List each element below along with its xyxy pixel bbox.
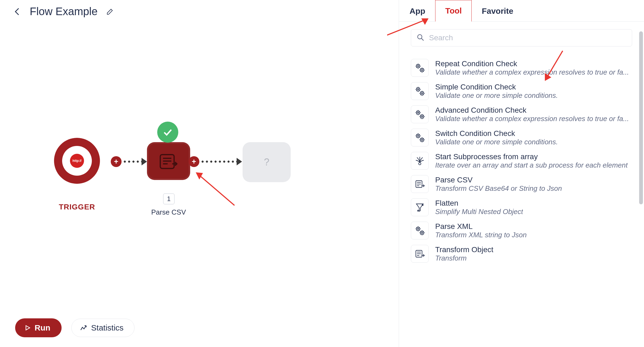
placeholder-node[interactable]: ? [243, 142, 291, 182]
tool-description: Transform [435, 254, 493, 262]
tool-item[interactable]: Start Subprocesses from arrayIterate ove… [411, 152, 632, 170]
tool-description: Iterate over an array and start a sub pr… [435, 161, 628, 169]
tool-description: Validate one or more simple conditions. [435, 138, 558, 146]
gears-icon [411, 105, 429, 123]
tool-text: Switch Condition CheckValidate one or mo… [435, 129, 558, 146]
tool-item[interactable]: FlattenSimplify Multi Nested Object [411, 198, 632, 216]
trigger-node[interactable]: http:// [54, 138, 100, 184]
gears-icon [411, 59, 429, 77]
svg-point-9 [418, 35, 422, 39]
burst-icon [411, 152, 429, 170]
statistics-button-label: Statistics [91, 323, 123, 332]
tool-item[interactable]: Parse CSVTransform CSV Base64 or String … [411, 175, 632, 193]
add-after-trigger-button[interactable]: + [111, 156, 122, 167]
tool-description: Transform CSV Base64 or String to Json [435, 184, 562, 193]
gears-icon [411, 129, 429, 146]
success-badge-icon [157, 122, 178, 143]
tool-title: Simple Condition Check [435, 83, 558, 91]
tool-item[interactable]: Simple Condition CheckValidate one or mo… [411, 82, 632, 100]
tool-item[interactable]: Transform ObjectTransform [411, 245, 632, 263]
tool-description: Validate whether a complex expression re… [435, 115, 629, 123]
search-icon [417, 34, 424, 42]
connector-2 [200, 161, 237, 163]
parse-csv-node-label: Parse CSV [147, 208, 190, 216]
gears-icon [411, 82, 429, 100]
tool-title: Advanced Condition Check [435, 106, 629, 115]
tool-item[interactable]: Switch Condition CheckValidate one or mo… [411, 129, 632, 146]
add-after-action-button[interactable]: + [189, 156, 199, 167]
connector-1 [123, 161, 142, 163]
connector-2-arrowhead-icon [237, 158, 242, 165]
tab-favorite[interactable]: Favorite [472, 0, 523, 22]
tab-tool[interactable]: Tool [435, 0, 472, 22]
tool-text: Simple Condition CheckValidate one or mo… [435, 83, 558, 100]
run-button[interactable]: Run [15, 318, 62, 337]
gears-icon [411, 222, 429, 239]
tool-title: Switch Condition Check [435, 129, 558, 138]
flow-icon [411, 245, 429, 263]
tool-list: Repeat Condition CheckValidate whether a… [411, 59, 632, 263]
tool-title: Transform Object [435, 245, 493, 254]
parse-csv-node[interactable] [147, 142, 190, 180]
tool-title: Parse CSV [435, 176, 562, 184]
funnel-icon [411, 198, 429, 216]
tool-side-panel: App Tool Favorite Repeat Condition Check… [399, 0, 644, 347]
flow-canvas[interactable]: http:// TRIGGER + 1 Parse CSV + ? [0, 0, 399, 347]
search-input[interactable] [428, 33, 626, 42]
tool-text: Advanced Condition CheckValidate whether… [435, 106, 629, 123]
flow-icon [411, 175, 429, 193]
tool-description: Transform XML string to Json [435, 231, 527, 239]
trigger-chip: http:// [70, 154, 84, 168]
svg-marker-6 [26, 326, 30, 330]
search-field[interactable] [411, 29, 632, 46]
tool-description: Simplify Multi Nested Object [435, 208, 523, 216]
svg-marker-5 [197, 173, 202, 178]
tool-description: Validate whether a complex expression re… [435, 68, 629, 76]
tool-text: Start Subprocesses from arrayIterate ove… [435, 152, 628, 169]
panel-scrollbar[interactable] [639, 31, 643, 204]
svg-line-10 [421, 38, 424, 41]
tool-item[interactable]: Parse XMLTransform XML string to Json [411, 222, 632, 239]
tool-text: Parse XMLTransform XML string to Json [435, 222, 527, 239]
tool-text: Transform ObjectTransform [435, 245, 493, 262]
svg-line-4 [197, 173, 234, 205]
connector-1-arrowhead-icon [142, 158, 147, 165]
tool-title: Start Subprocesses from array [435, 152, 628, 161]
tool-title: Flatten [435, 199, 523, 208]
node-run-count: 1 [163, 193, 175, 204]
tool-text: Parse CSVTransform CSV Base64 or String … [435, 176, 562, 193]
trigger-node-label: TRIGGER [54, 203, 100, 211]
tool-item[interactable]: Advanced Condition CheckValidate whether… [411, 105, 632, 123]
tool-text: Repeat Condition CheckValidate whether a… [435, 59, 629, 76]
run-button-label: Run [35, 323, 50, 332]
tool-title: Repeat Condition Check [435, 59, 629, 68]
panel-tabs: App Tool Favorite [399, 0, 644, 22]
tool-title: Parse XML [435, 222, 527, 231]
statistics-button[interactable]: Statistics [71, 319, 135, 337]
tab-app[interactable]: App [400, 0, 435, 22]
tool-description: Validate one or more simple conditions. [435, 91, 558, 100]
tool-text: FlattenSimplify Multi Nested Object [435, 199, 523, 216]
tool-item[interactable]: Repeat Condition CheckValidate whether a… [411, 59, 632, 77]
